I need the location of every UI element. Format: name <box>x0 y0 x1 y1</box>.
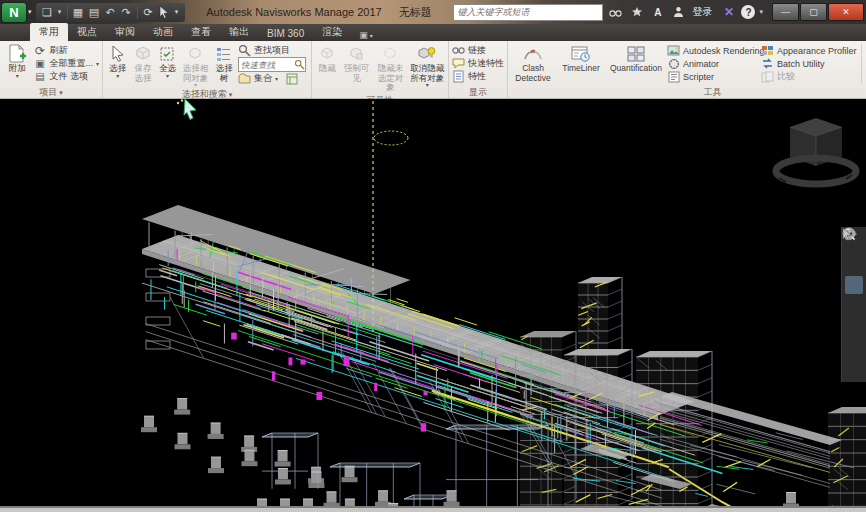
tools-divider <box>861 44 862 83</box>
panel-display-label: 显示 <box>449 86 507 98</box>
autodesk-rendering-icon <box>667 45 680 56</box>
links-icon <box>452 46 465 55</box>
application-menu-arrow-icon[interactable]: ▾ <box>28 8 32 16</box>
panel-tools-label: 工具 <box>508 86 866 98</box>
file-options-button[interactable]: ▤ 文件 选项 <box>33 70 99 83</box>
close-button[interactable]: ✕ <box>828 3 864 21</box>
tab-review[interactable]: 审阅 <box>106 23 144 41</box>
links-button[interactable]: 链接 <box>452 44 504 57</box>
hide-unselected-button[interactable]: 隐藏未选定对象 <box>372 42 408 93</box>
save-selection-button[interactable]: 保存选择 <box>130 42 155 87</box>
unhide-all-button[interactable]: 取消隐藏所有对象 <box>408 42 446 93</box>
save-button[interactable]: ▦ <box>71 6 86 19</box>
selection-tree-button[interactable]: 选择树 <box>212 42 237 87</box>
help-dropdown-icon[interactable]: ▾ <box>759 8 763 16</box>
tab-bim360[interactable]: BIM 360 <box>258 26 313 41</box>
refresh-model-button[interactable]: ⟳ 刷新 <box>33 44 99 57</box>
select-same-icon <box>187 43 203 64</box>
exchange-apps-icon[interactable]: ✕ <box>720 4 737 20</box>
append-icon <box>8 43 26 64</box>
pan-tool[interactable] <box>845 254 863 272</box>
find-items-icon <box>238 44 251 57</box>
bottom-border <box>0 506 866 515</box>
compare-button[interactable]: 比较 <box>761 70 857 83</box>
ribbon: 附加 ⟳ 刷新 ▣ 全部重置...▾ ▤ 文件 选项 <box>0 41 866 99</box>
panel-visibility: 隐藏 强制可见 隐藏未选定对象 <box>312 41 449 98</box>
minimize-button[interactable]: — <box>772 3 799 21</box>
quick-find-search-icon[interactable] <box>294 59 305 70</box>
tab-viewpoint[interactable]: 视点 <box>68 23 106 41</box>
scripter-button[interactable]: Scripter <box>667 70 759 83</box>
viewport-3d[interactable] <box>0 99 866 506</box>
clash-detective-icon <box>523 43 543 64</box>
app-title-text: Autodesk Navisworks Manage 2017 <box>206 6 381 18</box>
navigation-bar <box>841 227 866 382</box>
look-around-tool[interactable] <box>845 320 863 338</box>
view-cube[interactable] <box>776 111 860 189</box>
open-button[interactable]: ❏ <box>40 6 55 19</box>
append-button[interactable]: 附加 <box>2 42 32 85</box>
qat-separator <box>137 6 138 19</box>
communication-center-icon[interactable] <box>628 4 645 20</box>
panel-project: 附加 ⟳ 刷新 ▣ 全部重置...▾ ▤ 文件 选项 <box>0 41 103 98</box>
tab-render[interactable]: 渲染 <box>313 23 351 41</box>
ribbon-display-toggle-icon[interactable]: ▣▾ <box>359 30 373 41</box>
window-title: Autodesk Navisworks Manage 2017 无标题 <box>189 5 450 20</box>
sets-manager-icon[interactable] <box>285 73 298 85</box>
tab-home[interactable]: 常用 <box>30 23 68 41</box>
tab-output[interactable]: 输出 <box>220 23 258 41</box>
find-items-button[interactable]: 查找项目 <box>238 44 308 57</box>
panel-tools: Clash Detective TimeLiner Quantification <box>508 41 866 98</box>
batch-utility-button[interactable]: Batch Utility <box>761 57 857 70</box>
quick-find-input[interactable] <box>239 60 294 70</box>
refresh-button[interactable]: ⟳ <box>141 6 156 19</box>
tab-view[interactable]: 查看 <box>182 23 220 41</box>
scripter-icon <box>667 71 680 83</box>
batch-utility-icon <box>761 58 774 69</box>
undo-button[interactable]: ↶ <box>103 6 118 19</box>
hide-button[interactable]: 隐藏 <box>314 42 340 93</box>
sign-in-button[interactable]: 登录 <box>692 5 712 19</box>
autodesk-rendering-button[interactable]: Autodesk Rendering <box>667 44 759 57</box>
tab-animation[interactable]: 动画 <box>144 23 182 41</box>
select-button[interactable]: 选择 <box>105 42 130 87</box>
quantification-icon <box>627 43 646 64</box>
properties-button[interactable]: 特性 <box>452 70 504 83</box>
help-icon[interactable]: ? <box>741 5 755 19</box>
timeliner-icon <box>571 43 591 64</box>
quantification-button[interactable]: Quantification <box>606 42 666 85</box>
zoom-tool[interactable] <box>845 276 863 294</box>
qat-separator <box>67 6 68 19</box>
reset-all-icon: ▣ <box>33 58 46 69</box>
panel-project-label[interactable]: 项目 <box>0 86 102 98</box>
select-cursor-icon <box>111 43 125 64</box>
animator-button[interactable]: Animator <box>667 57 759 70</box>
require-button[interactable]: 强制可见 <box>340 42 372 93</box>
open-dropdown-icon[interactable]: ▾ <box>56 8 64 16</box>
orbit-tool[interactable] <box>845 298 863 316</box>
appearance-profiler-button[interactable]: Appearance Profiler <box>761 44 857 57</box>
hide-unselected-icon <box>382 43 398 64</box>
select-same-button[interactable]: 选择相同对象 <box>179 42 212 87</box>
clash-detective-button[interactable]: Clash Detective <box>510 42 556 85</box>
print-button[interactable]: ▤ <box>87 6 102 19</box>
select-tool-button[interactable] <box>157 5 172 20</box>
search-input[interactable] <box>454 7 602 17</box>
select-all-button[interactable]: 全选 <box>156 42 180 87</box>
search-binoculars-icon[interactable] <box>607 4 624 20</box>
selection-tree-icon <box>216 43 232 64</box>
redo-button[interactable]: ↷ <box>119 6 134 19</box>
maximize-button[interactable]: ▢ <box>800 3 827 21</box>
panel-select-search: 选择 保存选择 全选 <box>103 41 312 98</box>
timeliner-button[interactable]: TimeLiner <box>556 42 606 85</box>
application-menu-button[interactable]: N <box>2 3 26 22</box>
sets-button[interactable]: 集合▾ <box>238 72 308 85</box>
quick-properties-button[interactable]: 快速特性 <box>452 57 504 70</box>
selection-arrow-tool[interactable] <box>845 342 863 360</box>
autodesk-account-icon[interactable]: A <box>649 4 666 20</box>
qat-customize-icon[interactable]: ▾ <box>173 8 181 16</box>
viewport-canvas[interactable] <box>0 99 866 506</box>
compare-icon <box>761 71 774 83</box>
refresh-icon: ⟳ <box>33 44 46 58</box>
reset-all-button[interactable]: ▣ 全部重置...▾ <box>33 57 99 70</box>
